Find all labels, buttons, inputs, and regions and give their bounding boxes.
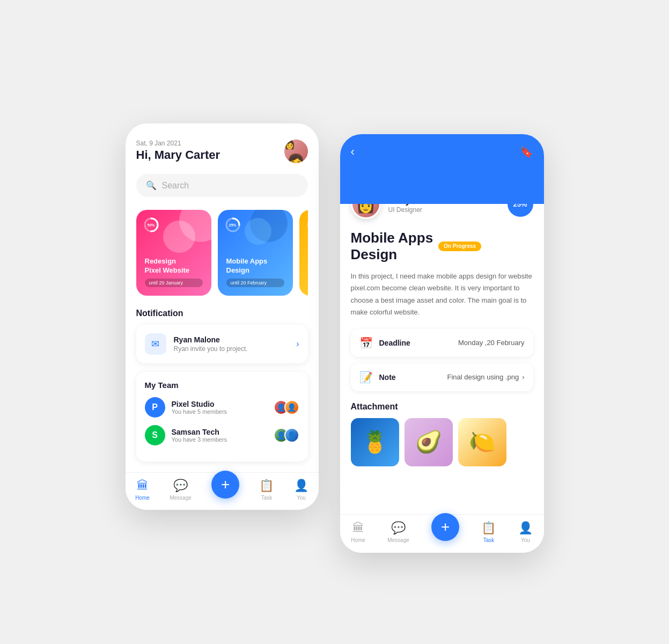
samsan-tech-name: Samsan Tech	[172, 428, 227, 436]
you-icon: 👤	[294, 479, 308, 493]
user-avatar[interactable]: 👩	[284, 140, 308, 163]
project-card-laravel[interactable]: 50% LaravProjec Until 2	[299, 210, 308, 296]
deadline-label: Deadline	[379, 339, 410, 347]
notification-card[interactable]: ✉ Ryan Malone Ryan invite you to project…	[136, 325, 308, 363]
search-placeholder: Search	[162, 181, 189, 191]
attachment-grid: 🍍 🥑 🍋	[351, 418, 533, 466]
bottom-nav-right: 🏛 Home 💬 Message + 📋 Task 👤 You	[340, 514, 544, 553]
pixel-studio-avatars: 👤 👤	[274, 400, 299, 415]
right-task-icon: 📋	[481, 521, 496, 535]
attachment-2[interactable]: 🥑	[405, 418, 453, 466]
attachment-title: Attachment	[351, 402, 533, 412]
search-icon: 🔍	[146, 180, 157, 191]
team-item-pixel[interactable]: P Pixel Studio You have 5 members 👤 👤	[145, 397, 299, 418]
nav-task[interactable]: 📋 Task	[259, 479, 274, 501]
right-nav-plus-button[interactable]: +	[431, 513, 459, 541]
note-label: Note	[379, 373, 396, 382]
avatar-2: 👤	[284, 400, 299, 415]
attachment-3[interactable]: 🍋	[458, 418, 506, 466]
attachment-1[interactable]: 🍍	[351, 418, 399, 466]
notif-text: Ryan Malone Ryan invite you to project.	[174, 335, 248, 353]
samsan-tech-members: You have 3 members	[172, 436, 227, 443]
nav-plus-button[interactable]: +	[211, 471, 239, 499]
right-message-icon: 💬	[391, 521, 406, 535]
nav-home-label: Home	[135, 495, 150, 501]
nav-task-label: Task	[261, 495, 273, 501]
pixel-studio-info: Pixel Studio You have 5 members	[172, 400, 227, 415]
right-you-icon: 👤	[518, 521, 533, 535]
project-title-text: Mobile AppsDesign	[351, 230, 433, 263]
team-item-samsan[interactable]: S Samsan Tech You have 3 members 👤 👤	[145, 425, 299, 445]
note-icon: 📝	[359, 371, 373, 384]
search-bar[interactable]: 🔍 Search	[136, 174, 308, 197]
pixel-studio-icon: P	[145, 397, 165, 418]
right-nav-home-label: Home	[351, 537, 365, 543]
progress-text-pink: 50%	[147, 223, 155, 227]
samsan-tech-avatars: 👤 👤	[274, 428, 299, 443]
pixel-studio-name: Pixel Studio	[172, 400, 227, 408]
my-team-title: My Team	[145, 380, 299, 390]
project-card-redesign[interactable]: 50% RedesignPixel Website until 20 Janua…	[136, 210, 211, 296]
progress-ring-blue: 25%	[224, 216, 241, 233]
notif-chevron-icon: ›	[296, 339, 299, 349]
nav-you-label: You	[297, 495, 306, 501]
calendar-icon: 📅	[359, 336, 373, 349]
progress-text-blue: 25%	[229, 223, 236, 227]
project-card-mobile[interactable]: 25% Mobile Apps Design until 20 February	[218, 210, 293, 296]
right-nav-task[interactable]: 📋 Task	[481, 521, 496, 543]
progress-ring-pink: 50%	[143, 216, 160, 233]
nav-message-label: Message	[170, 495, 192, 501]
profile-name: Mary Carter	[388, 204, 442, 206]
project-main-title: Mobile AppsDesign On Progress	[351, 230, 533, 263]
profile-info: Mary Carter UI Designer	[388, 204, 442, 214]
right-content: 👩 Mary Carter UI Designer 25% Mobile App…	[340, 204, 544, 553]
back-button[interactable]: ‹	[351, 145, 355, 159]
avatar-4: 👤	[284, 428, 299, 443]
task-icon: 📋	[259, 479, 274, 493]
on-progress-badge: On Progress	[438, 241, 481, 251]
bottom-nav-left: 🏛 Home 💬 Message + 📋 Task 👤 You	[126, 472, 319, 510]
right-phone: ‹ 🔖 👩 Mary Carter UI Designer 25% Mobile…	[340, 134, 544, 553]
card-date-pink: until 20 January	[145, 279, 203, 287]
greeting-text: Hi, Mary Carter	[136, 148, 220, 162]
right-top-bar: ‹ 🔖	[340, 134, 544, 204]
profile-avatar: 👩	[351, 204, 381, 219]
card-title-blue: Mobile Apps Design	[226, 257, 284, 275]
right-nav-task-label: Task	[483, 537, 495, 543]
right-plus-icon: +	[441, 518, 450, 536]
right-nav-you-label: You	[521, 537, 530, 543]
bookmark-button[interactable]: 🔖	[520, 145, 533, 158]
date-label: Sat, 9 Jan 2021	[136, 140, 220, 147]
nav-home[interactable]: 🏛 Home	[135, 479, 150, 501]
nav-message[interactable]: 💬 Message	[170, 479, 192, 501]
right-nav: ‹ 🔖	[351, 145, 533, 159]
notif-name: Ryan Malone	[174, 335, 248, 344]
right-nav-message[interactable]: 💬 Message	[387, 521, 409, 543]
project-title-area: Mobile AppsDesign On Progress	[351, 230, 533, 263]
left-phone: Sat, 9 Jan 2021 Hi, Mary Carter 👩 🔍 Sear…	[126, 123, 319, 510]
notification-section-title: Notification	[136, 309, 308, 318]
project-cards: 50% RedesignPixel Website until 20 Janua…	[136, 210, 308, 296]
right-nav-message-label: Message	[387, 537, 409, 543]
profile-role: UI Designer	[388, 206, 442, 214]
notif-icon: ✉	[145, 333, 166, 355]
header-text: Sat, 9 Jan 2021 Hi, Mary Carter	[136, 140, 220, 162]
note-chevron-icon: ›	[522, 373, 524, 381]
home-icon: 🏛	[137, 479, 149, 493]
notif-desc: Ryan invite you to project.	[174, 345, 248, 353]
avatar-image: 👩	[284, 140, 308, 163]
left-header: Sat, 9 Jan 2021 Hi, Mary Carter 👩	[136, 140, 308, 163]
project-description: In this project, I need make mobile apps…	[351, 270, 533, 318]
samsan-tech-icon: S	[145, 425, 165, 445]
right-nav-home[interactable]: 🏛 Home	[351, 521, 365, 543]
note-row[interactable]: 📝 Note Final design using .png ›	[351, 363, 533, 391]
samsan-tech-info: Samsan Tech You have 3 members	[172, 428, 227, 443]
deadline-row[interactable]: 📅 Deadline Monday ,20 February	[351, 329, 533, 357]
profile-row: 👩 Mary Carter UI Designer 25%	[351, 204, 533, 219]
nav-you[interactable]: 👤 You	[294, 479, 308, 501]
message-icon: 💬	[173, 479, 188, 493]
right-nav-you[interactable]: 👤 You	[518, 521, 533, 543]
my-team-card: My Team P Pixel Studio You have 5 member…	[136, 372, 308, 462]
progress-badge: 25%	[508, 204, 533, 217]
note-text: Final design using .png	[447, 373, 519, 381]
